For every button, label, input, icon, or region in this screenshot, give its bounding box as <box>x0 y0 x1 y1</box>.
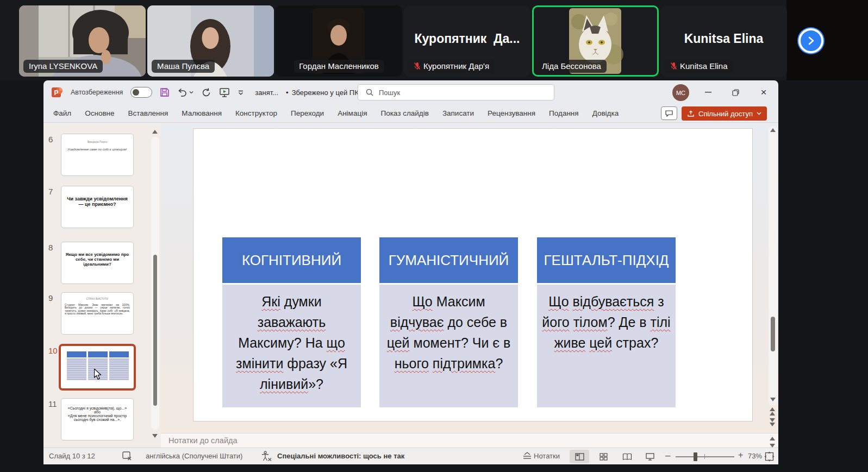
slide-thumbnail-7[interactable]: Чи завжди усвідомлення — це приємно? <box>61 186 134 228</box>
next-slide-button[interactable] <box>770 418 775 426</box>
fit-slide-to-window-icon[interactable] <box>764 451 775 462</box>
thumb-title: СТРАХ ВИСТУПУ <box>79 297 115 300</box>
reading-view-button[interactable] <box>617 450 637 463</box>
status-bar: Слайд 10 з 12 англійська (Сполучені Штат… <box>43 448 778 464</box>
participant-tile-kunitsa[interactable]: Kunitsa Elina Kunitsa Elina <box>660 5 787 77</box>
proofing-error-icon[interactable] <box>122 451 132 461</box>
tab-home[interactable]: Основне <box>85 109 114 117</box>
scrollbar-thumb[interactable] <box>153 255 157 406</box>
slide-sorter-view-button[interactable] <box>594 450 613 463</box>
scroll-up-arrow-icon[interactable] <box>152 130 158 134</box>
column-body: Що відбувається з його тілом? Де в тілі … <box>537 285 676 407</box>
participant-tile-kuropiatnyk[interactable]: Куропятник Да... Куропятник Дар'я <box>404 5 530 77</box>
accessibility-status[interactable]: Спеціальні можливості: щось не так <box>277 452 404 460</box>
tab-draw[interactable]: Малювання <box>182 109 222 117</box>
start-slideshow-icon[interactable] <box>219 87 230 98</box>
notes-scroll-up[interactable] <box>770 437 775 440</box>
grid-view-icon <box>600 453 608 461</box>
reading-view-icon <box>622 453 632 461</box>
slide-column-gestalt[interactable]: ГЕШТАЛЬТ-ПІДХІД Що відбувається з його т… <box>537 237 676 407</box>
participant-name: Ліда Бессонова <box>542 61 601 71</box>
zoom-percent[interactable]: 73% <box>748 452 762 460</box>
slide-number: 8 <box>48 243 53 252</box>
scroll-down-arrow-icon[interactable] <box>152 434 158 438</box>
participant-name-badge: Гордан Масленников <box>294 60 384 73</box>
search-icon <box>366 89 373 96</box>
slide-thumbnail-10-selected[interactable] <box>59 344 136 391</box>
participant-tile-masha[interactable]: Маша Пулєва <box>147 5 274 77</box>
zoom-slider-thumb[interactable] <box>694 452 697 461</box>
comments-button[interactable] <box>661 106 677 120</box>
canvas-scrollbar[interactable] <box>769 126 777 405</box>
zoom-slider-track[interactable] <box>676 456 734 457</box>
participant-tile-gordan[interactable]: Гордан Масленников <box>276 5 402 77</box>
customize-toolbar-icon[interactable] <box>238 90 244 95</box>
tab-file[interactable]: Файл <box>53 109 71 117</box>
thumbnail-scrollbar[interactable] <box>151 129 159 443</box>
participant-name-badge: Маша Пулєва <box>152 60 215 73</box>
double-up-arrow-icon <box>770 407 775 411</box>
tab-slideshow[interactable]: Показ слайдів <box>380 109 428 117</box>
bullet: • <box>286 89 289 97</box>
slide-counter: Слайд 10 з 12 <box>49 452 95 460</box>
scroll-down-arrow-icon[interactable] <box>770 398 776 401</box>
share-button[interactable]: Спільний доступ <box>682 106 767 121</box>
search-input[interactable]: Пошук <box>358 84 554 100</box>
close-button[interactable]: × <box>751 80 776 104</box>
tab-view[interactable]: Подання <box>549 109 579 117</box>
slideshow-view-button[interactable] <box>640 450 660 463</box>
redo-refresh-icon[interactable] <box>201 87 211 98</box>
undo-icon <box>177 87 188 97</box>
slide-number: 11 <box>48 399 57 408</box>
powerpoint-window: P Автозбереження <box>43 80 778 464</box>
minimize-button[interactable] <box>696 80 721 104</box>
slide-thumbnail-11[interactable]: «Сьогодні я усвідомив(ла), що...» або «Д… <box>61 398 134 440</box>
slide-thumbnail-panel: 6 Фредерік Перлз Усвідомлення саме по со… <box>43 123 161 447</box>
scroll-up-arrow-icon[interactable] <box>770 128 776 132</box>
zoom-out-button[interactable]: – <box>665 450 670 461</box>
notes-pane[interactable]: Нотатки до слайда <box>161 433 778 448</box>
normal-view-button[interactable] <box>570 450 589 463</box>
thumb-text: Студент Максим. Знає матеріал на 100%. В… <box>61 303 133 315</box>
tab-record[interactable]: Записати <box>442 109 474 117</box>
notes-scroll-down[interactable] <box>770 444 775 448</box>
tab-help[interactable]: Довідка <box>592 109 619 117</box>
notes-toggle-button[interactable]: Нотатки <box>534 452 560 460</box>
current-slide[interactable]: КОГНІТИВНИЙ Які думки заважають Максиму?… <box>193 128 753 421</box>
participant-tile-lida[interactable]: Ліда Бессонова <box>532 5 659 77</box>
zoom-in-button[interactable]: + <box>738 450 743 460</box>
language-status[interactable]: англійська (Сполучені Штати) <box>146 452 242 460</box>
save-status-dropdown[interactable]: • Збережено у цей ПК <box>286 89 367 97</box>
participant-name: Гордан Масленников <box>299 61 379 71</box>
tab-design[interactable]: Конструктор <box>235 109 277 117</box>
thumb-text: Якщо ми все усвідомимо про себе, чи стан… <box>61 252 133 267</box>
restore-button[interactable] <box>723 80 748 104</box>
scrollbar-thumb[interactable] <box>771 317 775 351</box>
participant-tile-iryna[interactable]: Iryna LYSENKOVA <box>19 5 146 77</box>
tab-transitions[interactable]: Переходи <box>291 109 324 117</box>
slide-thumbnail-9[interactable]: СТРАХ ВИСТУПУ Студент Максим. Знає матер… <box>61 292 134 335</box>
undo-button[interactable] <box>177 87 193 97</box>
participant-display-name: Куропятник Да... <box>404 32 530 46</box>
tab-animations[interactable]: Анімація <box>338 109 367 117</box>
zoom-slider-tick <box>704 454 705 459</box>
save-status-label: Збережено у цей ПК <box>292 89 359 97</box>
share-icon <box>687 110 695 117</box>
slide-thumbnail-6[interactable]: Фредерік Перлз Усвідомлення саме по собі… <box>61 134 134 176</box>
column-header: ГУМАНІСТИЧНИЙ <box>379 237 518 283</box>
autosave-toggle[interactable] <box>130 87 152 98</box>
restore-icon <box>732 89 739 96</box>
slide-column-cognitive[interactable]: КОГНІТИВНИЙ Які думки заважають Максиму?… <box>222 237 361 407</box>
slide-thumbnail-8[interactable]: Якщо ми все усвідомимо про себе, чи стан… <box>61 242 134 284</box>
next-participants-button[interactable] <box>798 28 823 53</box>
tab-insert[interactable]: Вставлення <box>128 109 168 117</box>
participant-name-badge: Куропятник Дар'я <box>408 60 495 73</box>
svg-text:P: P <box>54 89 58 97</box>
title-bar: P Автозбереження <box>43 80 778 104</box>
previous-slide-button[interactable] <box>770 407 775 416</box>
participant-display-name: Kunitsa Elina <box>660 32 787 46</box>
slide-column-humanistic[interactable]: ГУМАНІСТИЧНИЙ Що Максим відчуває до себе… <box>379 237 518 407</box>
tab-review[interactable]: Рецензування <box>488 109 535 117</box>
save-icon[interactable] <box>160 87 170 97</box>
user-avatar[interactable]: MC <box>672 84 689 101</box>
